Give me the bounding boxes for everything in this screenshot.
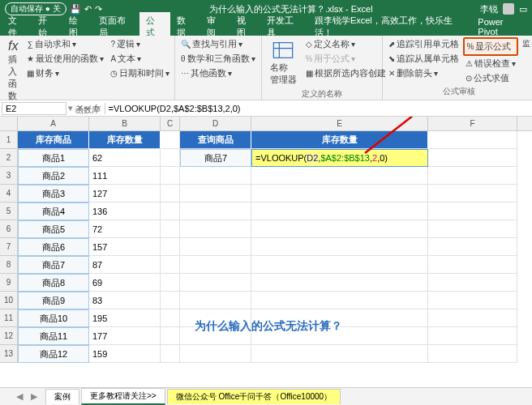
cell[interactable] <box>428 238 517 256</box>
cell[interactable] <box>251 238 428 256</box>
cell[interactable] <box>180 256 251 274</box>
worksheet[interactable]: A B C D E F 1 库存商品 库存数量 查询商品 库存数量 2 商品1 … <box>0 117 532 395</box>
cell[interactable] <box>161 327 180 345</box>
col-header[interactable]: B <box>89 117 161 130</box>
cell[interactable] <box>251 292 428 309</box>
cell[interactable]: 商品12 <box>18 345 89 363</box>
cell[interactable]: 商品6 <box>18 238 89 256</box>
col-header[interactable]: C <box>161 117 180 130</box>
cell[interactable]: 69 <box>89 274 161 292</box>
cell[interactable] <box>161 292 180 309</box>
sheet-tab[interactable]: 案例 <box>45 389 79 404</box>
cell[interactable] <box>180 238 251 256</box>
cell[interactable] <box>180 274 251 292</box>
cell[interactable] <box>428 292 517 309</box>
cell[interactable]: 查询商品 <box>180 131 251 149</box>
cell[interactable]: 72 <box>89 220 161 238</box>
cell[interactable] <box>251 220 428 238</box>
trace-dependents-button[interactable]: ⬊ 追踪从属单元格 <box>386 52 461 66</box>
cell[interactable]: 商品5 <box>18 220 89 238</box>
row-header[interactable]: 6 <box>0 220 18 238</box>
math-button[interactable]: θ 数学和三角函数 ▾ <box>178 52 258 66</box>
cell[interactable] <box>428 131 517 149</box>
cell[interactable]: 商品8 <box>18 274 89 292</box>
insert-function-button[interactable]: fx 插入函数 <box>3 37 23 104</box>
cell[interactable]: 库存数量 <box>251 131 428 149</box>
cell[interactable] <box>428 256 517 274</box>
cell[interactable] <box>161 309 180 327</box>
cell[interactable]: 195 <box>89 309 161 327</box>
from-selection-button[interactable]: ▦ 根据所选内容创建 <box>303 66 388 80</box>
cell[interactable] <box>251 274 428 292</box>
cell[interactable] <box>161 274 180 292</box>
cell[interactable] <box>180 167 251 185</box>
cell[interactable]: 177 <box>89 327 161 345</box>
cell[interactable]: 商品10 <box>18 309 89 327</box>
col-header[interactable]: A <box>18 117 89 130</box>
row-header[interactable]: 3 <box>0 167 18 185</box>
cell[interactable] <box>428 220 517 238</box>
cell[interactable] <box>161 220 180 238</box>
remove-arrows-button[interactable]: ✕ 删除箭头 ▾ <box>386 66 461 80</box>
use-formula-button[interactable]: % 用于公式 ▾ <box>303 52 388 66</box>
cell[interactable]: 商品7 <box>180 149 251 167</box>
name-manager-button[interactable]: 名称 管理器 <box>265 37 302 87</box>
cell[interactable]: 136 <box>89 202 161 220</box>
user-name[interactable]: 李锐 <box>480 3 498 15</box>
cell[interactable] <box>180 220 251 238</box>
text-button[interactable]: A 文本 ▾ <box>108 52 172 66</box>
cell[interactable]: 157 <box>89 238 161 256</box>
row-header[interactable]: 7 <box>0 238 18 256</box>
autosum-button[interactable]: ∑ 自动求和 ▾ <box>24 37 106 51</box>
cell[interactable] <box>251 345 428 363</box>
more-fn-button[interactable]: ⋯ 其他函数 ▾ <box>178 66 258 80</box>
row-header[interactable]: 9 <box>0 274 18 292</box>
cell-e2-formula[interactable]: =VLOOKUP(D2,$A$2:$B$13,2,0) <box>251 149 428 167</box>
cell[interactable] <box>251 185 428 202</box>
cell[interactable]: 83 <box>89 292 161 309</box>
user-avatar[interactable] <box>503 3 514 15</box>
cell[interactable] <box>251 167 428 185</box>
row-header[interactable]: 10 <box>0 292 18 309</box>
row-header[interactable]: 12 <box>0 327 18 345</box>
cell[interactable] <box>180 202 251 220</box>
col-header[interactable]: F <box>428 117 517 130</box>
cell[interactable] <box>428 274 517 292</box>
cell[interactable] <box>180 345 251 363</box>
cell[interactable]: 商品11 <box>18 327 89 345</box>
row-header[interactable]: 1 <box>0 131 18 149</box>
show-formulas-button[interactable]: % 显示公式 <box>463 37 518 56</box>
watch-button[interactable]: 监 <box>520 37 532 50</box>
row-header[interactable]: 8 <box>0 256 18 274</box>
cell[interactable] <box>428 167 517 185</box>
cell[interactable] <box>161 345 180 363</box>
cell[interactable] <box>428 202 517 220</box>
logical-button[interactable]: ? 逻辑 ▾ <box>108 37 172 51</box>
cell[interactable] <box>428 345 517 363</box>
cell[interactable] <box>161 167 180 185</box>
lookup-button[interactable]: 🔍 查找与引用 ▾ <box>178 37 258 51</box>
error-check-button[interactable]: ⚠ 错误检查 ▾ <box>463 57 518 70</box>
sheet-tab[interactable]: 更多教程请关注>> <box>81 388 165 405</box>
cell[interactable]: 159 <box>89 345 161 363</box>
cell[interactable]: 87 <box>89 256 161 274</box>
cell[interactable] <box>161 238 180 256</box>
cell[interactable] <box>180 292 251 309</box>
row-header[interactable]: 2 <box>0 149 18 167</box>
cell[interactable]: 127 <box>89 185 161 202</box>
cell[interactable]: 商品4 <box>18 202 89 220</box>
sheet-tab[interactable]: 微信公众号 Office千问千答（Office10000） <box>167 389 341 404</box>
row-header[interactable]: 5 <box>0 202 18 220</box>
cell[interactable] <box>161 256 180 274</box>
cell[interactable]: 商品1 <box>18 149 89 167</box>
cell[interactable]: 商品9 <box>18 292 89 309</box>
cell[interactable] <box>161 185 180 202</box>
col-header[interactable]: E <box>251 117 428 130</box>
cell[interactable] <box>428 327 517 345</box>
cell[interactable]: 库存数量 <box>89 131 161 149</box>
evaluate-button[interactable]: ⊙ 公式求值 <box>463 71 518 85</box>
tab-nav-prev[interactable]: ◀ <box>16 391 23 402</box>
cell[interactable] <box>428 149 517 167</box>
cell[interactable] <box>251 202 428 220</box>
date-button[interactable]: ◷ 日期和时间 ▾ <box>108 66 172 80</box>
